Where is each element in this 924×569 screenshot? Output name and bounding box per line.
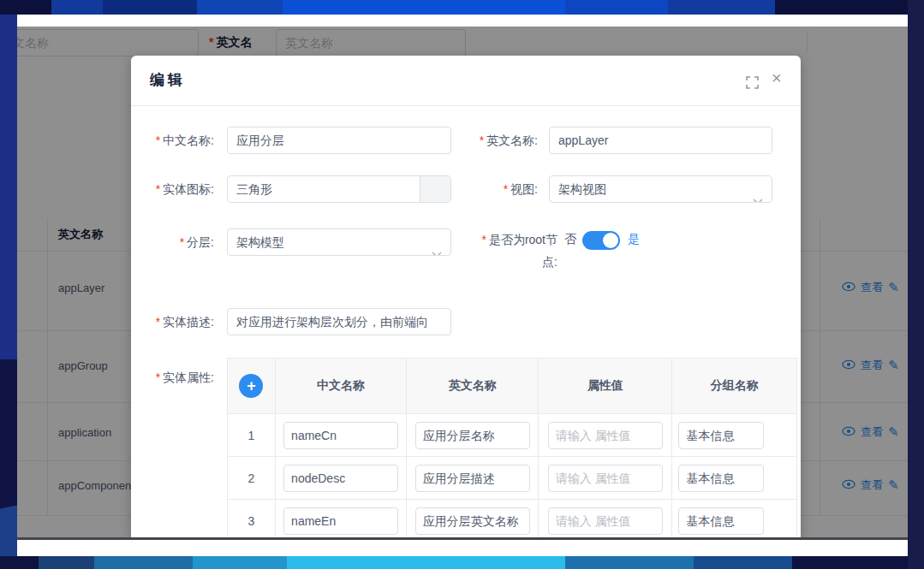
required-asterisk: * [156,182,160,196]
en-name-input[interactable]: appLayer [549,127,772,154]
required-asterisk: * [180,235,184,249]
layer-label: *分层: [131,228,214,256]
deco-segment [103,0,197,15]
attribute-row: 3 nameEn 应用分层英文名称 请输入 属性值 基本信息 [228,499,796,537]
frame-strip-bottom [17,540,908,556]
attribute-row: 1 nameCn 应用分层名称 请输入 属性值 基本信息 [228,413,796,456]
chevron-down-icon [753,187,763,203]
deco-segment [39,556,94,569]
decorative-band-bottom [0,556,924,569]
entity-desc-label: *实体描述: [131,308,214,335]
en-name-label: *英文名称: [455,127,538,154]
decorative-strip-right [908,0,924,569]
attr-cn-input[interactable]: nameCn [283,422,398,449]
close-icon[interactable]: × [772,69,782,86]
deco-segment [51,0,103,15]
deco-segment [775,0,924,15]
attr-value-input[interactable]: 请输入 属性值 [548,465,663,492]
attr-group-input[interactable]: 基本信息 [678,465,764,492]
attr-en-input[interactable]: 应用分层英文名称 [415,507,530,535]
cn-name-label: *中文名称: [131,127,214,154]
icon-picker-addon[interactable] [420,176,450,202]
attributes-table: + 中文名称 英文名称 属性值 分组名称 1 nameCn 应用分层名称 请输入… [227,358,797,537]
deco-segment [565,556,694,569]
entity-attrs-label: *实体属性: [131,364,214,391]
header-cell-group: 分组名称 [671,359,796,413]
frame-strip-top [17,15,908,27]
deco-segment [0,556,39,569]
attributes-table-header: + 中文名称 英文名称 属性值 分组名称 [228,359,796,413]
edit-dialog: 编辑 × *中文名称: 应用分层 *英文名称: appLayer *实体图标: … [131,56,801,537]
deco-segment [668,0,775,15]
screen: 中文名称 *英文名 英文名称 英文名称 appLayer appGroup ap… [0,0,924,569]
fullscreen-icon[interactable] [746,76,759,92]
required-asterisk: * [156,370,160,384]
add-attribute-button[interactable]: + [239,374,263,398]
switch-on-text: 是 [628,232,640,247]
deco-segment [792,556,924,569]
required-asterisk: * [156,133,160,147]
is-root-label: *是否为root节点: [478,228,557,273]
required-asterisk: * [481,233,486,246]
header-cell-cn: 中文名称 [275,359,407,413]
switch-off-text: 否 [564,232,576,247]
attr-cn-input[interactable]: nameEn [283,507,398,535]
deco-segment [287,556,565,569]
entity-icon-input[interactable]: 三角形 [227,175,451,203]
deco-curve [0,505,17,556]
view-select[interactable]: 架构视图 [549,175,772,203]
row-index: 2 [248,471,255,485]
view-label: *视图: [455,175,538,203]
decorative-band-top [0,0,924,15]
attr-value-input[interactable]: 请输入 属性值 [548,422,663,449]
dialog-title: 编辑 [150,70,186,90]
deco-segment [0,15,17,359]
header-cell-en: 英文名称 [406,359,538,413]
header-cell-add: + [228,359,275,413]
attr-group-input[interactable]: 基本信息 [678,422,764,449]
entity-desc-input[interactable]: 对应用进行架构层次划分，由前端向 [227,308,451,335]
deco-segment [193,556,287,569]
switch-knob [603,233,618,248]
deco-segment [197,0,283,15]
required-asterisk: * [480,133,484,147]
attr-en-input[interactable]: 应用分层名称 [415,422,530,449]
row-index: 3 [248,514,255,528]
deco-segment [565,0,668,15]
row-index: 1 [248,429,255,442]
attr-value-input[interactable]: 请输入 属性值 [548,507,663,535]
chevron-down-icon [432,240,442,256]
required-asterisk: * [156,315,160,329]
attr-cn-input[interactable]: nodeDesc [283,465,398,492]
root-toggle-switch[interactable] [582,231,620,250]
deco-segment [94,556,193,569]
required-asterisk: * [504,182,508,196]
deco-segment [694,556,792,569]
header-cell-value: 属性值 [538,359,672,413]
decorative-strip-left [0,15,17,556]
attribute-row: 2 nodeDesc 应用分层描述 请输入 属性值 基本信息 [228,456,796,499]
layer-select[interactable]: 架构模型 [227,228,451,256]
cn-name-input[interactable]: 应用分层 [227,127,451,154]
dialog-header-divider [131,105,801,106]
deco-segment [283,0,565,15]
deco-segment [0,0,51,15]
attr-group-input[interactable]: 基本信息 [678,507,764,535]
entity-icon-label: *实体图标: [131,175,214,203]
attr-en-input[interactable]: 应用分层描述 [415,465,530,492]
